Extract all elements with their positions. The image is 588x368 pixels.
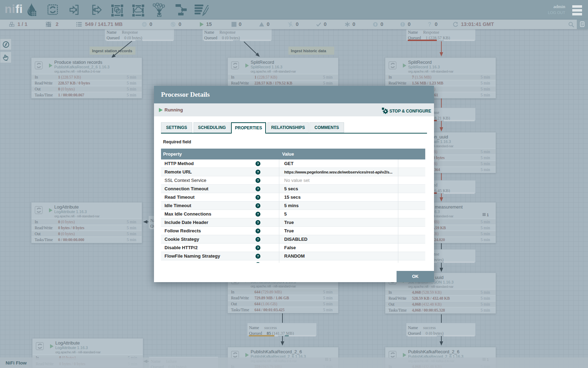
- svg-text:?: ?: [428, 22, 432, 27]
